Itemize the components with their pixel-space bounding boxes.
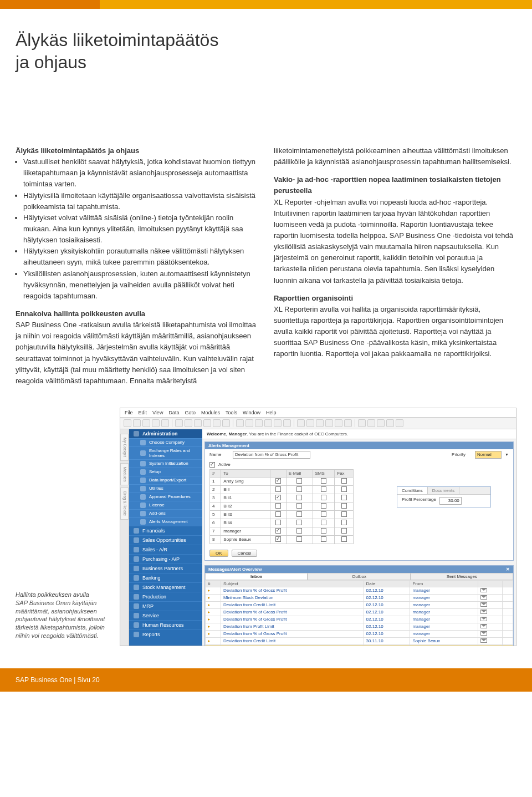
menu-item[interactable]: Edit [139, 410, 147, 415]
tab-documents[interactable]: Documents [428, 487, 459, 494]
grid-header[interactable]: # [206, 580, 221, 587]
toolbar-button[interactable] [358, 419, 366, 427]
nav-item[interactable]: Reports [129, 630, 202, 639]
nav-item[interactable]: Production [129, 592, 202, 601]
checkbox[interactable] [296, 536, 302, 542]
toolbar-button[interactable] [213, 419, 221, 427]
toolbar-button[interactable] [222, 419, 230, 427]
grid-header[interactable]: From [410, 580, 478, 587]
menu-item[interactable]: View [152, 410, 163, 415]
nav-item[interactable]: Financials [129, 526, 202, 535]
table-row[interactable]: 4Bill2 [210, 502, 354, 510]
checkbox[interactable] [296, 520, 302, 525]
side-tab[interactable]: Drag & Relate [120, 488, 129, 520]
toolbar-button[interactable] [274, 419, 282, 427]
tab[interactable]: Inbox [205, 573, 308, 580]
grid-header[interactable]: Date [364, 580, 410, 587]
nav-item[interactable]: Stock Management [129, 582, 202, 592]
nav-item[interactable]: Sales - A/R [129, 545, 202, 554]
toolbar-button[interactable] [194, 419, 202, 427]
toolbar-button[interactable] [203, 419, 211, 427]
checkbox[interactable] [321, 486, 326, 492]
toolbar-button[interactable] [325, 419, 333, 427]
toolbar-button[interactable] [396, 419, 403, 427]
nav-item[interactable]: Business Partners [129, 564, 202, 573]
cancel-button[interactable]: Cancel [232, 550, 258, 557]
toolbar-button[interactable] [124, 419, 131, 427]
checkbox[interactable] [341, 495, 347, 500]
nav-subitem[interactable]: Data Import/Export [129, 476, 202, 484]
toolbar-button[interactable] [245, 419, 253, 427]
checkbox[interactable] [341, 528, 347, 534]
nav-item[interactable]: MRP [129, 601, 202, 611]
checkbox[interactable] [275, 486, 281, 492]
checkbox[interactable] [296, 478, 302, 484]
name-input[interactable]: Deviation from % of Gross Profit [233, 451, 310, 459]
checkbox[interactable] [296, 503, 302, 509]
grid-header[interactable]: Subject [221, 580, 364, 587]
nav-item[interactable]: Human Resources [129, 620, 202, 630]
toolbar-button[interactable] [255, 419, 263, 427]
side-tab[interactable]: My Cockpit [120, 434, 129, 461]
checkbox[interactable] [341, 536, 347, 542]
ok-button[interactable]: OK [209, 550, 228, 557]
checkbox[interactable] [341, 478, 347, 484]
checkbox[interactable] [296, 495, 302, 500]
recipients-grid[interactable]: #ToE-MailSMSFax 1Andy Sing2Bill3Bill14Bi… [209, 469, 354, 544]
toolbar-button[interactable] [152, 419, 160, 427]
toolbar-button[interactable] [367, 419, 375, 427]
nav-header[interactable]: Administration [129, 429, 202, 438]
priority-select[interactable]: Normal [475, 451, 502, 459]
toolbar-button[interactable] [297, 419, 305, 427]
checkbox[interactable] [275, 528, 281, 534]
table-row[interactable]: ▸Deviation from % of Gross Profit02.12.1… [206, 587, 513, 594]
checkbox[interactable] [321, 495, 326, 500]
toolbar-button[interactable] [344, 419, 352, 427]
checkbox[interactable] [275, 520, 281, 525]
table-row[interactable]: ▸Deviation from Profit Limit02.12.10mana… [206, 623, 513, 630]
toolbar-button[interactable] [142, 419, 150, 427]
table-row[interactable]: ▸Deviation from % of Gross Profit02.12.1… [206, 630, 513, 637]
toolbar-button[interactable] [133, 419, 141, 427]
nav-subitem[interactable]: Add-ons [129, 509, 202, 517]
table-row[interactable]: ▸Minimum Stock Deviation02.12.10manager [206, 594, 513, 601]
checkbox[interactable] [275, 511, 281, 517]
menu-item[interactable]: Goto [185, 410, 196, 415]
nav-subitem[interactable]: License [129, 501, 202, 509]
toolbar-button[interactable] [185, 419, 192, 427]
toolbar-button[interactable] [306, 419, 314, 427]
checkbox[interactable] [321, 511, 326, 517]
checkbox[interactable] [275, 536, 281, 542]
side-tab[interactable]: Modules [120, 463, 129, 485]
checkbox[interactable] [275, 503, 281, 509]
menu-item[interactable]: Data [168, 410, 179, 415]
grid-header[interactable] [478, 580, 503, 587]
checkbox[interactable] [296, 511, 302, 517]
toolbar-button[interactable] [161, 419, 169, 427]
nav-item[interactable]: Banking [129, 573, 202, 582]
tab[interactable]: Outbox [308, 573, 410, 580]
toolbar-button[interactable] [283, 419, 291, 427]
toolbar-button[interactable] [386, 419, 394, 427]
tab[interactable]: Sent Messages [411, 573, 513, 580]
condition-value-input[interactable]: 30.00 [439, 497, 462, 505]
table-row[interactable]: ▸Deviation from Credit Limit30.11.10Soph… [206, 637, 513, 644]
table-row[interactable]: 7manager [210, 527, 354, 535]
toolbar-button[interactable] [236, 419, 244, 427]
menu-item[interactable]: Modules [201, 410, 220, 415]
nav-subitem[interactable]: System Initialization [129, 459, 202, 468]
table-row[interactable]: 3Bill1 [210, 494, 354, 502]
grid-header[interactable] [503, 580, 513, 587]
table-row[interactable]: 6Bill4 [210, 519, 354, 527]
checkbox[interactable] [296, 528, 302, 534]
close-icon[interactable]: ✕ [506, 567, 510, 572]
nav-item[interactable]: Sales Opportunities [129, 535, 202, 545]
checkbox[interactable] [275, 495, 281, 500]
checkbox[interactable] [321, 536, 326, 542]
toolbar-button[interactable] [316, 419, 324, 427]
tab-conditions[interactable]: Conditions [397, 487, 428, 494]
messages-grid[interactable]: #SubjectDateFrom ▸Deviation from % of Gr… [205, 580, 513, 646]
nav-subitem[interactable]: Exchange Rates and Indexes [129, 446, 202, 459]
menu-item[interactable]: Help [266, 410, 277, 415]
checkbox[interactable] [341, 503, 347, 509]
